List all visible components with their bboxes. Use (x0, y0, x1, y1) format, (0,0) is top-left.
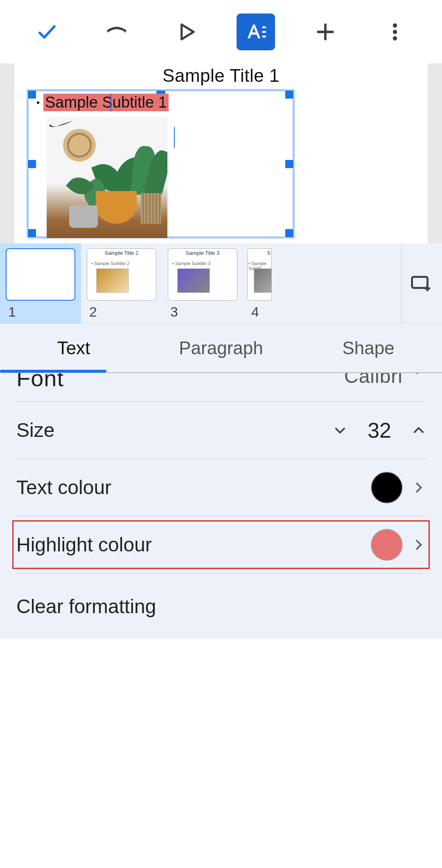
clear-formatting-row[interactable]: Clear formatting (16, 573, 426, 639)
text-colour-swatch (371, 472, 403, 504)
slide-thumbnails: 1 Sample Title 2 Sample Subtitle 2 2 Sam… (0, 243, 442, 323)
clear-formatting-label: Clear formatting (16, 595, 426, 618)
swoosh-icon (49, 119, 74, 128)
more-vert-icon (384, 21, 406, 43)
thumb-number: 4 (243, 304, 259, 320)
resize-handle-tl[interactable] (27, 90, 36, 99)
confirm-button[interactable] (12, 0, 82, 63)
top-toolbar (0, 0, 442, 63)
more-button[interactable] (360, 0, 430, 63)
text-colour-label: Text colour (16, 476, 371, 499)
format-tabs: Text Paragraph Shape (0, 323, 442, 372)
svg-point-3 (393, 23, 397, 27)
resize-handle-br[interactable] (285, 229, 294, 238)
slide-image[interactable] (47, 117, 167, 238)
size-value: 32 (368, 418, 391, 443)
resize-handle-tr[interactable] (285, 90, 294, 99)
text-cursor (110, 94, 111, 112)
slide-subtitle[interactable]: Sample Subtitle 1 (43, 94, 169, 111)
thumb-number: 1 (0, 304, 16, 320)
chevron-right-icon (412, 373, 426, 376)
size-label: Size (16, 419, 333, 441)
add-slide-icon (411, 274, 433, 292)
tab-shape[interactable]: Shape (295, 324, 442, 372)
svg-rect-0 (262, 26, 266, 28)
tab-indicator (0, 370, 106, 373)
resize-handle-bl[interactable] (27, 229, 36, 238)
highlight-colour-swatch (371, 529, 403, 561)
slide-thumb-4[interactable]: S Sample Subtitl 4 (243, 243, 276, 323)
chevron-right-icon (412, 538, 426, 552)
svg-point-4 (393, 29, 397, 34)
thumb-number: 2 (81, 304, 97, 320)
font-label: Font (16, 373, 344, 391)
highlight-colour-row[interactable]: Highlight colour (16, 516, 426, 573)
tab-text[interactable]: Text (0, 324, 147, 372)
slide-thumb-3[interactable]: Sample Title 3 Sample Subtitle 3 3 (162, 243, 243, 323)
undo-icon (106, 21, 128, 43)
resize-handle-mr[interactable] (285, 160, 294, 169)
add-button[interactable] (291, 0, 360, 63)
bullet-icon (37, 101, 39, 104)
slide-thumb-2[interactable]: Sample Title 2 Sample Subtitle 2 2 (81, 243, 162, 323)
play-icon (175, 21, 197, 43)
slide-title[interactable]: Sample Title 1 (14, 65, 428, 86)
format-text-icon (245, 21, 267, 43)
undo-button[interactable] (82, 0, 151, 63)
font-row[interactable]: Font Calibri (16, 373, 426, 402)
format-panel: Font Calibri Size 32 Text colour Highlig… (0, 372, 442, 639)
svg-rect-2 (262, 36, 266, 38)
slide-thumb-1[interactable]: 1 (0, 243, 81, 323)
format-button[interactable] (221, 0, 291, 63)
play-button[interactable] (151, 0, 221, 63)
add-slide-button[interactable] (401, 243, 442, 323)
svg-rect-1 (262, 31, 266, 33)
text-colour-row[interactable]: Text colour (16, 459, 426, 516)
check-icon (36, 21, 58, 43)
svg-rect-6 (412, 277, 427, 288)
tab-paragraph[interactable]: Paragraph (147, 324, 295, 372)
selection-box[interactable]: Sample Subtitle 1 (27, 89, 295, 238)
chevron-down-icon[interactable] (333, 423, 347, 437)
chevron-up-icon[interactable] (412, 423, 426, 437)
plus-icon (314, 21, 336, 43)
resize-handle-ml[interactable] (27, 160, 36, 169)
thumb-number: 3 (162, 304, 178, 320)
highlight-colour-label: Highlight colour (16, 533, 371, 556)
font-value: Calibri (344, 373, 403, 387)
size-row[interactable]: Size 32 (16, 402, 426, 459)
chevron-right-icon (412, 481, 426, 495)
svg-point-5 (393, 36, 397, 40)
